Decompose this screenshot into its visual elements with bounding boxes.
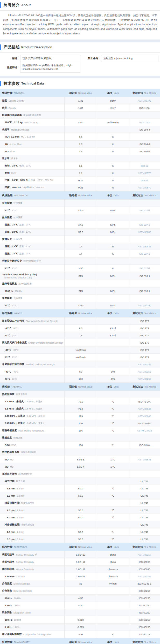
category-name-en: ELECTRICAL <box>14 546 27 548</box>
section-accent-bar <box>0 2 1 8</box>
test-method-link[interactable]: ASTM D256 <box>138 370 151 373</box>
table-row: 电气性能电气性能UL 746 <box>0 478 160 485</box>
units-cell <box>97 478 129 485</box>
test-method-link[interactable]: ASTM D648 <box>138 415 151 418</box>
units-cell: cm³/10min <box>97 119 129 126</box>
test-method-text: ISO 1183 <box>139 107 149 109</box>
property-name-zh: 1.5 mm <box>7 531 15 533</box>
test-method-cell: ISO 75-2/A <box>129 398 160 405</box>
test-method-link[interactable]: ASTM D792 <box>138 99 151 102</box>
nominal-value-cell <box>65 236 97 243</box>
table-row: 拉伸应变拉伸应变 <box>0 236 160 243</box>
test-method-link[interactable]: ASTM D570 <box>138 172 151 175</box>
empty-cell <box>101 62 158 73</box>
property-name-en: -30℃ <box>13 349 18 351</box>
test-method-cell: ISO 527-2 <box>129 221 160 228</box>
table-row: 1.5 mm1.5 mm50.0℃UL 746 <box>0 528 160 536</box>
property-name-en: 23℃ <box>12 304 17 307</box>
property-name-en: Flow <box>10 150 15 153</box>
test-method-link[interactable]: ASTM D257 <box>138 575 151 578</box>
property-name-en: 平衡，23℃，50% RH <box>31 179 53 182</box>
units-cell: ℃ <box>97 528 129 535</box>
product-table: 用途: 玩具;汽车外部零件;紧固件; 加工条件: 注射成型 Injection … <box>0 53 160 76</box>
units-cell: MPa <box>97 287 129 294</box>
table-row: 收缩率Molding ShrinkageISO 294-4 <box>0 126 160 133</box>
units-cell: ℃ <box>97 514 129 521</box>
property-cell: Tensile Creep Modulus（1 hr）Tensile Creep… <box>0 272 65 280</box>
property-name-en: 23℃ <box>12 209 17 212</box>
property-name-zh: 耗散因数 <box>2 611 12 614</box>
property-name-en: 线性热膨胀系数 <box>21 451 37 454</box>
property-cell: 1.5 mm1.5 mm <box>0 485 65 492</box>
test-method-cell: ISO 179 <box>129 332 160 339</box>
test-method-text: ISO 179 <box>140 356 149 359</box>
test-method-link[interactable]: ASTM D3418 <box>137 429 152 432</box>
test-method-link[interactable]: ASTM D638 <box>138 231 151 233</box>
test-method-link[interactable]: ISO 527-2 <box>139 252 150 255</box>
category-name-cell: 电气性能ELECTRICAL <box>0 543 65 551</box>
test-method-link[interactable]: ASTM D790 <box>138 304 151 307</box>
test-method-link[interactable]: ISO 62 <box>141 164 148 167</box>
property-name-zh: 3.0 mm <box>7 494 15 497</box>
property-cell: 介电强度Electric Strength <box>0 580 65 587</box>
test-method-link[interactable]: ASTM D648 <box>138 407 151 410</box>
nominal-value-cell: No Break <box>65 346 97 353</box>
test-method-link[interactable]: ISO 1133 <box>139 121 149 124</box>
test-method-cell: ISO 62 <box>129 177 160 184</box>
property-name-en: Molding Shrinkage <box>11 128 29 131</box>
table-row: 23℃23℃> 50%ISO 527-2 <box>0 265 160 272</box>
units-cell: g/cm³ <box>97 104 129 111</box>
units-cell <box>97 521 129 528</box>
property-cell: 饱和，23℃饱和，23℃ <box>0 162 65 169</box>
property-name-zh: 0.45 MPa，未退火 <box>5 422 25 425</box>
property-cell: 0.45 MPa，未退火0.45 MPa，未退火 <box>0 420 65 427</box>
test-method-cell: ISO 294-4 <box>129 148 160 155</box>
property-cell: 表面电阻率Surface Resistivity 22 <box>0 551 65 558</box>
test-method-link[interactable]: ASTM D570 <box>138 186 151 189</box>
property-name-en: 冲击机械性能 <box>21 523 34 526</box>
property-name-en: Equilibrium，50% RH <box>23 186 44 189</box>
nominal-value-cell: 4.50 <box>65 119 97 126</box>
property-name-zh: 拉伸强度 <box>2 216 12 219</box>
test-method-cell: ISO 294-4 <box>129 126 160 133</box>
test-method-link[interactable]: ASTM E831 <box>138 458 151 461</box>
test-method-link[interactable]: ISO 62 <box>141 179 148 182</box>
nominal-value-cell <box>65 280 97 287</box>
test-method-link[interactable]: ASTM D638 <box>138 245 151 248</box>
units-cell: % <box>97 133 129 140</box>
test-method-cell: IEC 60250 <box>129 602 160 609</box>
test-method-cell: ISO 179 <box>129 346 160 353</box>
property-name-en: 0.45 MPa，未退火 <box>27 422 45 425</box>
units-header-zh: 单位 <box>107 385 112 389</box>
test-method-link[interactable]: ASTM D257 <box>138 553 151 556</box>
property-name-zh: 热变形温度 <box>2 393 15 396</box>
table-row: 1.5 mm1.5 mm50.0℃UL 746 <box>0 485 160 492</box>
test-method-link[interactable]: ISO 527-2 <box>139 209 150 212</box>
property-name-en: 23℃ <box>12 267 17 270</box>
nominal-value-cell: 70.0 <box>65 398 97 405</box>
property-name-en: Dielectric Constant <box>13 590 32 592</box>
nominal-value-header-cell: 额定值Nominal Value <box>65 383 97 391</box>
table-row: 表面电阻率Surface Resistivity1.0E+12ohmsIEC 6… <box>0 558 160 566</box>
test-method-cell: ASTM D256 <box>129 368 160 375</box>
property-cell: 屈服，23℃屈服，23℃ <box>0 229 65 236</box>
table-row: -30℃-30℃9.0kJ/m²ISO 179 <box>0 325 160 332</box>
property-cell: 线性热膨胀系数线性热膨胀系数 <box>0 449 65 456</box>
table-row: 熔融温度熔融温度 <box>0 434 160 442</box>
table-row: 相对温度指数相对温度指数 <box>0 471 160 478</box>
property-name-zh: 1000 hr <box>5 290 13 292</box>
units-header-zh: 单位 <box>107 91 112 95</box>
nominal-value-cell <box>65 449 97 456</box>
units-cell <box>97 200 129 207</box>
nominal-value-cell: 1.0E+12 <box>65 551 97 558</box>
test-method-cell: UL 746 <box>129 499 160 506</box>
property-cell: 屈服，23℃屈服，23℃ <box>0 221 65 228</box>
test-method-link[interactable]: ASTM D256 <box>138 377 151 380</box>
property-name-zh: 23℃ <box>5 377 10 380</box>
category-header-row: 热性能THERMAL额定值Nominal Value单位Units测试方法Tes… <box>0 383 160 391</box>
test-method-link[interactable]: ASTM D256 <box>138 363 151 366</box>
nominal-value-cell: 17 <box>65 243 97 250</box>
test-method-link[interactable]: ISO 527-2 <box>139 267 150 270</box>
test-method-link[interactable]: ISO 527-2 <box>139 223 150 226</box>
nominal-value-cell <box>65 339 97 346</box>
